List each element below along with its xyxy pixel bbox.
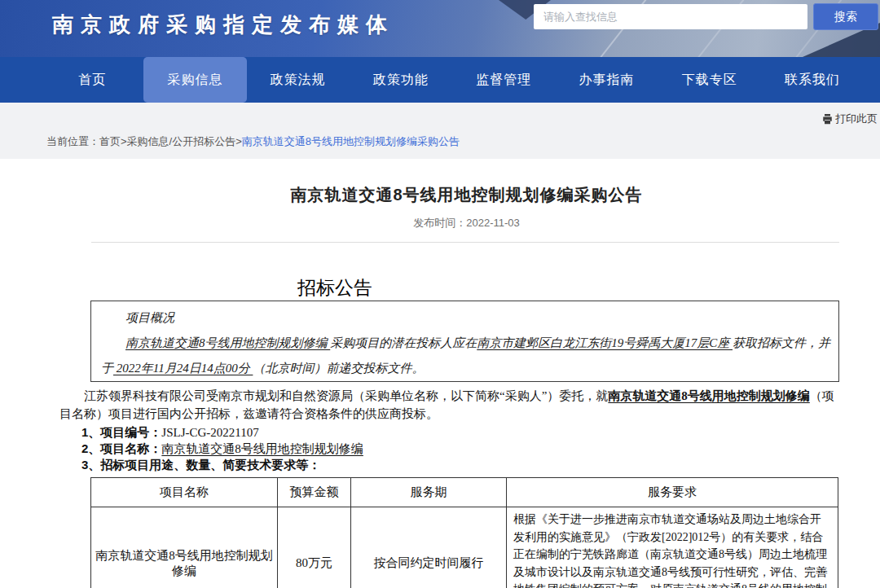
site-header: 南京政府采购指定发布媒体 搜索	[0, 0, 880, 57]
site-title: 南京政府采购指定发布媒体	[52, 11, 394, 39]
cell-budget: 80万元	[278, 507, 351, 588]
breadcrumb-current-page[interactable]: 南京轨道交通8号线用地控制规划修编采购公告	[242, 135, 460, 147]
printer-icon	[821, 113, 834, 125]
item-label: 1、项目编号：	[81, 425, 161, 439]
item-value: 南京轨道交通8号线用地控制规划修编	[161, 442, 363, 455]
list-item-project-number: 1、项目编号：JSLJ-CG-20221107	[81, 424, 880, 441]
print-page-label: 打印此页	[835, 112, 878, 126]
breadcrumb: 当前位置：首页>采购信息/公开招标公告>南京轨道交通8号线用地控制规划修编采购公…	[46, 134, 460, 149]
table-row: 南京轨道交通8号线用地控制规划修编 80万元 按合同约定时间履行 根据《关于进一…	[91, 507, 838, 588]
column-header-project-name: 项目名称	[91, 478, 278, 507]
table-header-row: 项目名称 预算金额 服务期 服务要求	[91, 478, 838, 507]
numbered-items: 1、项目编号：JSLJ-CG-20221107 2、项目名称：南京轨道交通8号线…	[81, 424, 880, 473]
breadcrumb-strip: 当前位置：首页>采购信息/公开招标公告>南京轨道交通8号线用地控制规划修编采购公…	[0, 103, 880, 159]
publish-time: 发布时间：2022-11-03	[53, 216, 880, 230]
overview-text-1: 采购项目的潜在投标人应在	[330, 336, 477, 349]
column-header-budget: 预算金额	[278, 478, 351, 507]
nav-item-service-guide[interactable]: 办事指南	[555, 57, 658, 103]
cell-service-requirements: 根据《关于进一步推进南京市轨道交通场站及周边土地综合开发利用的实施意见》（宁政发…	[507, 507, 838, 588]
list-item-project-name: 2、项目名称：南京轨道交通8号线用地控制规划修编	[81, 441, 880, 457]
list-item-requirements: 3、招标项目用途、数量、简要技术要求等：	[81, 457, 880, 473]
overview-project-name: 南京轨道交通8号线用地控制规划修编	[125, 336, 330, 349]
project-overview-heading: 项目概况	[101, 305, 830, 331]
column-header-service-requirements: 服务要求	[507, 478, 838, 507]
intro-project-name: 南京轨道交通8号线用地控制规划修编	[608, 389, 810, 402]
project-overview-box: 项目概况 南京轨道交通8号线用地控制规划修编 采购项目的潜在投标人应在南京市建邺…	[90, 301, 839, 382]
title-divider	[91, 242, 839, 243]
nav-item-policy-functions[interactable]: 政策功能	[350, 57, 452, 103]
content-panel: 南京轨道交通8号线用地控制规划修编采购公告 发布时间：2022-11-03 招标…	[53, 159, 880, 588]
overview-address: 南京市建邺区白龙江东街19号舜禹大厦17层C座	[477, 336, 733, 349]
search-input[interactable]	[534, 4, 807, 29]
breadcrumb-prefix: 当前位置：	[46, 135, 99, 147]
item-label: 3、招标项目用途、数量、简要技术要求等：	[81, 458, 320, 472]
breadcrumb-path: 首页>采购信息/公开招标公告>	[99, 135, 242, 147]
search-button[interactable]: 搜索	[813, 3, 878, 30]
cell-service-period: 按合同约定时间履行	[351, 507, 507, 588]
nav-item-policy-regulations[interactable]: 政策法规	[247, 57, 350, 103]
cell-project-name: 南京轨道交通8号线用地控制规划修编	[91, 507, 278, 588]
requirements-table: 项目名称 预算金额 服务期 服务要求 南京轨道交通8号线用地控制规划修编 80万…	[90, 477, 838, 588]
main-nav: 首页 采购信息 政策法规 政策功能 监督管理 办事指南 下载专区 联系我们	[0, 57, 880, 103]
item-label: 2、项目名称：	[81, 441, 161, 455]
overview-deadline: 2022年11月24日14点00分	[113, 362, 253, 375]
nav-item-procurement-info[interactable]: 采购信息	[143, 57, 246, 103]
bid-notice-heading: 招标公告	[297, 278, 880, 299]
nav-item-downloads[interactable]: 下载专区	[658, 57, 761, 103]
print-page-button[interactable]: 打印此页	[821, 112, 878, 126]
intro-part-1: 江苏领界科技有限公司受南京市规划和自然资源局（采购单位名称，以下简称“采购人”）…	[84, 389, 608, 402]
project-overview-text: 南京轨道交通8号线用地控制规划修编 采购项目的潜在投标人应在南京市建邺区白龙江东…	[101, 331, 830, 381]
nav-item-contact[interactable]: 联系我们	[761, 57, 864, 103]
nav-item-supervision[interactable]: 监督管理	[452, 57, 555, 103]
column-header-service-period: 服务期	[351, 478, 507, 507]
announcement-title: 南京轨道交通8号线用地控制规划修编采购公告	[53, 184, 880, 206]
overview-text-3: （北京时间）前递交投标文件。	[253, 362, 424, 375]
intro-paragraph: 江苏领界科技有限公司受南京市规划和自然资源局（采购单位名称，以下简称“采购人”）…	[59, 388, 839, 423]
nav-item-home[interactable]: 首页	[41, 57, 143, 103]
item-value: JSLJ-CG-20221107	[161, 426, 258, 439]
